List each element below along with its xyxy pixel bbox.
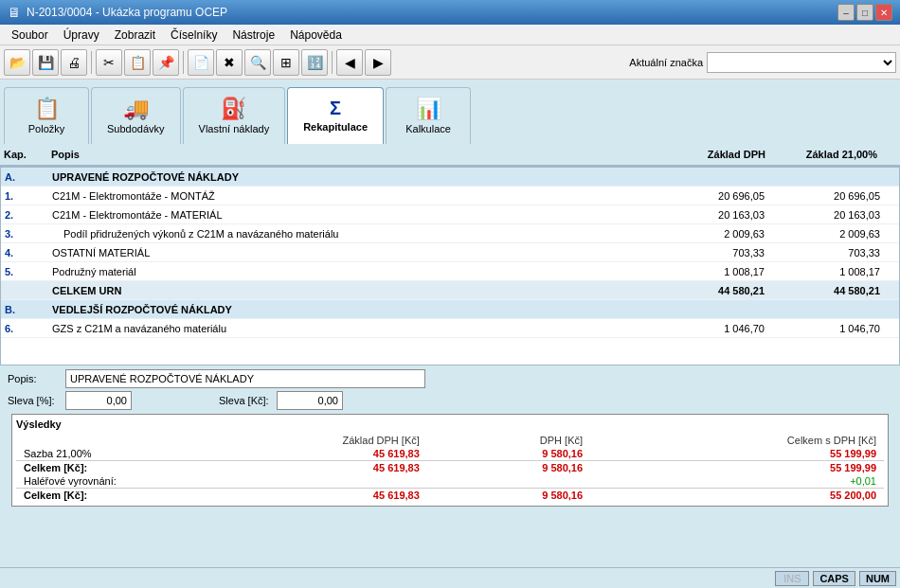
col-header-empty (16, 434, 168, 447)
table-row[interactable]: B. VEDLEJŠÍ ROZPOČTOVÉ NÁKLADY (1, 300, 899, 319)
tab-polozky[interactable]: 📋 Položky (4, 87, 89, 144)
menu-zobrazit[interactable]: Zobrazit (107, 27, 163, 44)
col-header-kap: Kap. (4, 149, 51, 160)
result-celkem: 55 200,00 (590, 489, 884, 503)
row-val1: 2 009,63 (649, 228, 772, 240)
table-row[interactable]: 5. Podružný materiál 1 008,17 1 008,17 (1, 262, 899, 281)
tab-vlastni-naklady[interactable]: ⛽ Vlastní náklady (183, 87, 286, 144)
row-popis: CELKEM URN (52, 285, 649, 296)
row-val1: 1 008,17 (649, 266, 772, 277)
row-kap: 4. (5, 247, 52, 258)
result-row-haler: Haléřové vyrovnání: +0,01 (16, 474, 884, 489)
popis-input[interactable] (65, 369, 425, 388)
menu-nastroje[interactable]: Nástroje (225, 27, 282, 44)
toolbar-new[interactable]: 📄 (188, 49, 214, 76)
menu-ciselníky[interactable]: Číselníky (163, 27, 225, 44)
tab-vlastni-naklady-label: Vlastní náklady (199, 123, 270, 134)
tab-polozky-label: Položky (28, 123, 65, 134)
row-kap: 2. (5, 209, 52, 221)
row-val2: 2 009,63 (772, 228, 895, 240)
row-popis: UPRAVENÉ ROZPOČTOVÉ NÁKLADY (52, 171, 649, 183)
result-label: Sazba 21,00% (16, 447, 168, 461)
row-popis: GZS z C21M a navázaného materiálu (52, 323, 649, 334)
result-celkem: 55 199,99 (590, 447, 884, 461)
app-icon: 🖥 (8, 5, 21, 20)
toolbar-open[interactable]: 📂 (4, 49, 30, 76)
sleva-kc-label: Sleva [Kč]: (219, 395, 271, 406)
table-row[interactable]: 3. Podíl přidružených výkonů z C21M a na… (1, 224, 899, 243)
col-header-popis: Popis (51, 149, 650, 160)
row-popis: VEDLEJŠÍ ROZPOČTOVÉ NÁKLADY (52, 304, 649, 315)
toolbar-back[interactable]: ◀ (336, 49, 363, 76)
col-header-celkem-dph-kc: Celkem s DPH [Kč] (590, 434, 884, 447)
table-row-total[interactable]: CELKEM URN 44 580,21 44 580,21 (1, 281, 899, 300)
row-val2: 1 046,70 (772, 323, 895, 334)
row-kap: 5. (5, 266, 52, 277)
result-label: Celkem [Kč]: (16, 461, 168, 475)
row-val2: 20 163,03 (772, 209, 895, 221)
row-kap: A. (5, 171, 52, 183)
status-bar: INS CAPS NUM (0, 567, 900, 588)
col-header-zaklad-dph: Základ DPH (650, 149, 773, 160)
result-celkem: 55 199,99 (590, 461, 884, 475)
table-row[interactable]: A. UPRAVENÉ ROZPOČTOVÉ NÁKLADY (1, 168, 899, 187)
result-row-sazba: Sazba 21,00% 45 619,83 9 580,16 55 199,9… (16, 447, 884, 461)
toolbar-delete[interactable]: ✖ (216, 49, 243, 76)
toolbar-paste[interactable]: 📌 (153, 49, 179, 76)
table-row[interactable]: 6. GZS z C21M a navázaného materiálu 1 0… (1, 319, 899, 338)
toolbar-grid[interactable]: ⊞ (273, 49, 299, 76)
polozky-icon: 📋 (34, 97, 60, 121)
row-popis: Podíl přidružených výkonů z C21M a naváz… (52, 228, 649, 240)
result-dph: 9 580,16 (427, 489, 590, 503)
menu-bar: Soubor Úpravy Zobrazit Číselníky Nástroj… (0, 25, 900, 45)
toolbar-sep-1 (91, 51, 92, 74)
toolbar-forward[interactable]: ▶ (365, 49, 391, 76)
sleva-pct-input[interactable] (65, 391, 132, 410)
toolbar-print[interactable]: 🖨 (61, 49, 87, 76)
ins-indicator: INS (775, 571, 809, 586)
toolbar-copy[interactable]: 📋 (124, 49, 151, 76)
table-row[interactable]: 1. C21M - Elektromontáže - MONTÁŽ 20 696… (1, 187, 899, 205)
vlastni-naklady-icon: ⛽ (221, 97, 246, 121)
toolbar-sep-2 (183, 51, 184, 74)
result-dph: 9 580,16 (427, 461, 590, 475)
tab-rekapitulace[interactable]: Σ Rekapitulace (287, 87, 384, 144)
table-row[interactable]: 2. C21M - Elektromontáže - MATERIÁL 20 1… (1, 205, 899, 224)
row-val2: 703,33 (772, 247, 895, 258)
result-zaklad: 45 619,83 (168, 447, 427, 461)
row-val2: 20 696,05 (772, 190, 895, 202)
popis-label: Popis: (8, 373, 60, 384)
result-row-celkem2: Celkem [Kč]: 45 619,83 9 580,16 55 200,0… (16, 489, 884, 503)
tab-subdodavky[interactable]: 🚚 Subdodávky (91, 87, 181, 144)
toolbar-calc[interactable]: 🔢 (301, 49, 328, 76)
results-table: Základ DPH [Kč] DPH [Kč] Celkem s DPH [K… (16, 434, 884, 502)
result-dph (427, 474, 590, 489)
menu-napoveda[interactable]: Nápověda (282, 27, 350, 44)
data-table[interactable]: A. UPRAVENÉ ROZPOČTOVÉ NÁKLADY 1. C21M -… (0, 167, 900, 365)
tab-kalkulace-label: Kalkulace (405, 123, 451, 134)
caps-indicator: CAPS (813, 571, 855, 586)
sleva-pct-label: Sleva [%]: (8, 395, 60, 406)
tab-rekapitulace-label: Rekapitulace (303, 121, 368, 133)
toolbar-search[interactable]: 🔍 (244, 49, 271, 76)
row-kap: 6. (5, 323, 52, 334)
row-popis: Podružný materiál (52, 266, 649, 277)
toolbar-save[interactable]: 💾 (32, 49, 59, 76)
rekapitulace-icon: Σ (330, 98, 341, 119)
menu-soubor[interactable]: Soubor (4, 27, 56, 44)
menu-upravy[interactable]: Úpravy (56, 27, 107, 44)
main-tabs: 📋 Položky 🚚 Subdodávky ⛽ Vlastní náklady… (0, 80, 900, 144)
aktualni-znacka-label: Aktuální značka (629, 57, 703, 68)
close-button[interactable]: ✕ (875, 4, 892, 21)
sleva-kc-input[interactable] (277, 391, 343, 410)
toolbar-sep-3 (332, 51, 333, 74)
aktualni-znacka-combo[interactable] (707, 52, 896, 73)
row-kap: B. (5, 304, 52, 315)
minimize-button[interactable]: – (837, 4, 855, 21)
toolbar-cut[interactable]: ✂ (96, 49, 122, 76)
subdodavky-icon: 🚚 (123, 97, 149, 121)
table-row[interactable]: 4. OSTATNÍ MATERIÁL 703,33 703,33 (1, 243, 899, 262)
maximize-button[interactable]: □ (856, 4, 873, 21)
tab-kalkulace[interactable]: 📊 Kalkulace (386, 87, 471, 144)
row-popis: C21M - Elektromontáže - MONTÁŽ (52, 190, 649, 202)
